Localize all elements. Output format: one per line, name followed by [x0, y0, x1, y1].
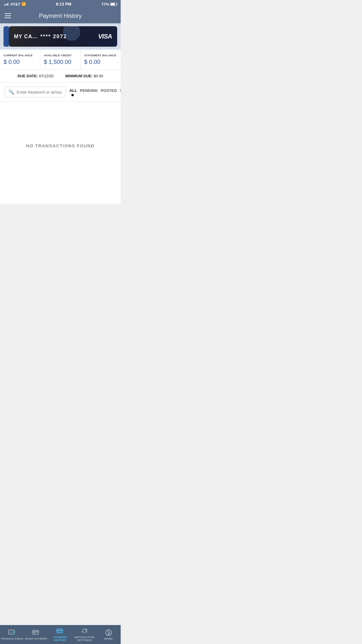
filter-tab-all[interactable]: ALL	[69, 88, 77, 94]
search-box[interactable]: 🔍	[5, 87, 66, 97]
content-area: NO TRANSACTIONS FOUND	[0, 102, 121, 204]
card-number: **** 2072	[41, 34, 67, 40]
hamburger-button[interactable]	[5, 13, 11, 18]
balance-section: CURRENT BALANCE $ 0.00 AVAILABLE CREDIT …	[0, 50, 121, 70]
due-date-label: DUE DATE:	[17, 74, 38, 78]
available-credit-amount: $ 1,500.00	[44, 59, 77, 65]
status-time: 8:13 PM	[56, 2, 71, 6]
credit-card[interactable]: MY CA... **** 2072 VISA	[9, 26, 117, 47]
card-name: MY CA...	[14, 34, 38, 40]
available-credit-label: AVAILABLE CREDIT	[44, 54, 77, 57]
statement-balance: STATEMENT BALANCE $ 0.00	[81, 50, 121, 69]
filter-tab-pending[interactable]: PENDING	[80, 88, 98, 94]
wifi-icon: 📶	[22, 2, 26, 6]
battery-percent: 77%	[101, 2, 109, 6]
search-icon: 🔍	[8, 89, 14, 95]
minimum-due: MINIMUM DUE: $0.00	[65, 74, 103, 78]
battery-icon	[110, 3, 117, 6]
no-transactions-message: NO TRANSACTIONS FOUND	[0, 102, 121, 189]
search-input[interactable]	[17, 90, 62, 94]
due-date: DUE DATE: 07/12/20	[17, 74, 54, 78]
search-filter-section: 🔍 ALL PENDING POSTED SCHEDULED	[0, 83, 121, 102]
due-section: DUE DATE: 07/12/20 MINIMUM DUE: $0.00	[0, 70, 121, 83]
card-section: MY CA... **** 2072 VISA	[0, 23, 121, 50]
carrier-label: AT&T	[10, 2, 20, 6]
card-peek	[3, 26, 9, 47]
current-balance-label: CURRENT BALANCE	[3, 54, 36, 57]
page-title: Payment History	[39, 13, 82, 19]
active-tab-indicator	[71, 94, 74, 96]
statement-balance-label: STATEMENT BALANCE	[84, 54, 117, 57]
available-credit: AVAILABLE CREDIT $ 1,500.00	[40, 50, 80, 69]
current-balance: CURRENT BALANCE $ 0.00	[0, 50, 40, 69]
signal-icon	[4, 3, 9, 6]
card-brand: VISA	[98, 33, 112, 40]
status-bar: AT&T 📶 8:13 PM 77%	[0, 0, 121, 8]
statement-balance-amount: $ 0.00	[84, 59, 117, 65]
minimum-due-label: MINIMUM DUE:	[65, 74, 93, 78]
filter-tabs: ALL PENDING POSTED SCHEDULED	[69, 87, 121, 96]
due-date-value: 07/12/20	[39, 74, 54, 78]
filter-tab-scheduled[interactable]: SCHEDULED	[120, 88, 121, 94]
filter-tab-posted[interactable]: POSTED	[101, 88, 117, 94]
minimum-due-value: $0.00	[94, 74, 103, 78]
header: Payment History	[0, 8, 121, 23]
current-balance-amount: $ 0.00	[3, 59, 36, 65]
status-left: AT&T 📶	[4, 2, 26, 6]
status-right: 77%	[101, 2, 117, 6]
